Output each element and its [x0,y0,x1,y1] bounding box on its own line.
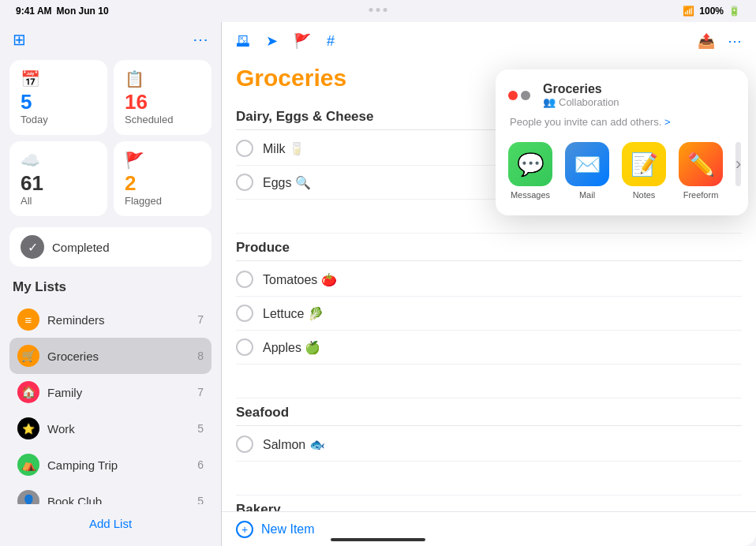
top-dot-2 [376,8,380,12]
collab-sub-label: 👥 Collaboration [543,96,735,108]
reminder-circle-apples[interactable] [236,338,253,356]
list-item-reminders[interactable]: ≡ Reminders 7 [9,301,211,338]
work-name: Work [47,422,75,436]
smart-card-all[interactable]: ☁️ 61 All [9,141,107,216]
reminder-tomatoes: Tomatoes 🍅 [236,263,742,297]
new-item-row: + New Item [234,521,743,538]
all-icon: ☁️ [21,151,96,170]
list-item-work[interactable]: ⭐ Work 5 [9,410,211,447]
today-label: Today [21,114,96,125]
new-item-label[interactable]: New Item [261,522,315,537]
groceries-icon: 🛒 [17,345,39,367]
location-icon[interactable]: ➤ [266,32,278,50]
sidebar-header: ⊞ ⋯ [9,30,211,49]
list-item-camping[interactable]: ⛺ Camping Trip 6 [9,447,211,483]
add-item-button[interactable]: + [236,521,253,538]
reminder-apples: Apples 🍏 [236,331,742,365]
status-left: 9:41 AM Mon Jun 10 [16,6,109,17]
family-icon: 🏠 [17,381,39,403]
share-app-notes[interactable]: 📝 Notes [622,142,666,200]
bakery-expand-icon[interactable]: ⌄ [732,503,742,512]
camping-name: Camping Trip [47,458,118,472]
reminder-circle-milk[interactable] [236,140,253,157]
share-app-mail[interactable]: ✉️ Mail [565,142,609,200]
all-label: All [21,195,96,207]
sidebar: ⊞ ⋯ 📅 5 Today 📋 16 Scheduled ☁️ 61 All 🚩… [0,22,221,546]
notes-app-icon: 📝 [622,142,666,186]
collab-people-icon: 👥 [543,96,556,108]
content-toolbar: 🗳 ➤ 🚩 # 📤 ⋯ [222,22,756,60]
main-content: 🗳 ➤ 🚩 # 📤 ⋯ Groceries Dairy, Eggs & Chee… [222,22,756,546]
reminder-text-apples: Apples 🍏 [263,340,320,355]
collab-invite-link[interactable]: > [664,116,671,128]
sidebar-toggle-icon[interactable]: ⊞ [13,30,26,49]
collab-invite-message: People you invite can add others. [510,116,661,128]
scheduled-label: Scheduled [125,114,200,125]
bookclub-count: 5 [197,495,204,504]
reminder-add-seafood [236,462,742,496]
add-list-button[interactable]: Add List [9,509,211,538]
flagged-label: Flagged [125,195,200,207]
sidebar-more-icon[interactable]: ⋯ [193,30,208,49]
smart-cards-grid: 📅 5 Today 📋 16 Scheduled ☁️ 61 All 🚩 2 F… [9,60,211,216]
top-dot-3 [384,8,387,12]
collab-invite-text: People you invite can add others. > [508,116,735,128]
my-lists-title: My Lists [9,279,211,295]
completed-label: Completed [52,241,110,254]
reminder-text-eggs: Eggs 🔍 [263,175,311,190]
battery-icon: 🔋 [728,6,740,17]
list-item-left-camping: ⛺ Camping Trip [17,454,118,476]
reminder-circle-eggs[interactable] [236,174,253,191]
reminder-circle-tomatoes[interactable] [236,271,253,288]
all-count: 61 [21,173,96,193]
freeform-app-icon: ✏️ [679,142,723,186]
battery-text: 100% [699,6,724,17]
tray-icon[interactable]: 🗳 [236,33,250,50]
family-count: 7 [197,386,204,398]
hashtag-icon[interactable]: # [327,33,335,50]
collab-dot-gray [521,91,530,100]
messages-app-label: Messages [511,190,550,200]
bottom-toolbar: + New Item [222,511,756,546]
share-app-messages[interactable]: 💬 Messages [508,142,552,200]
smart-card-scheduled[interactable]: 📋 16 Scheduled [114,60,211,135]
collab-title-group: Groceries 👥 Collaboration [543,82,735,108]
collab-sub-text: Collaboration [559,96,619,108]
reminder-circle-lettuce[interactable] [236,305,253,322]
messages-app-icon: 💬 [508,142,552,186]
status-time: 9:41 AM [16,6,52,17]
share-icon[interactable]: 📤 [698,32,715,50]
flag-toolbar-icon[interactable]: 🚩 [294,32,311,50]
smart-card-flagged[interactable]: 🚩 2 Flagged [114,141,211,216]
section-bakery-row: Bakery ⌄ [236,496,742,511]
camping-count: 6 [197,458,204,471]
reminder-text-lettuce: Lettuce 🥬 [263,306,324,321]
more-icon[interactable]: ⋯ [728,32,742,50]
list-item-bookclub[interactable]: 👤 Book Club 5 [9,483,211,504]
collab-popup: Groceries 👥 Collaboration People you inv… [496,69,748,215]
today-count: 5 [21,92,96,112]
reminder-circle-salmon[interactable] [236,436,253,453]
bookclub-icon: 👤 [17,490,39,504]
toolbar-left-icons: 🗳 ➤ 🚩 # [236,32,335,50]
groceries-name: Groceries [47,350,99,363]
list-item-left-reminders: ≡ Reminders [17,309,105,331]
share-app-freeform[interactable]: ✏️ Freeform [679,142,723,200]
home-indicator [331,538,425,541]
list-item-family[interactable]: 🏠 Family 7 [9,374,211,410]
reminders-icon: ≡ [17,309,39,331]
freeform-app-label: Freeform [683,190,719,200]
share-app-more[interactable]: › [735,142,741,186]
top-dot-1 [369,8,373,12]
family-name: Family [47,386,82,399]
mail-app-icon: ✉️ [565,142,609,186]
list-item-left-work: ⭐ Work [17,417,75,439]
completed-row[interactable]: ✓ Completed [9,227,211,267]
flagged-icon: 🚩 [125,151,200,170]
smart-card-today[interactable]: 📅 5 Today [9,60,107,135]
lists-container: ≡ Reminders 7 🛒 Groceries 8 🏠 Family 7 [9,301,211,504]
today-icon: 📅 [21,69,96,88]
collab-header: Groceries 👥 Collaboration [508,82,735,108]
wifi-icon: 📶 [683,6,694,17]
list-item-groceries[interactable]: 🛒 Groceries 8 [9,338,211,374]
